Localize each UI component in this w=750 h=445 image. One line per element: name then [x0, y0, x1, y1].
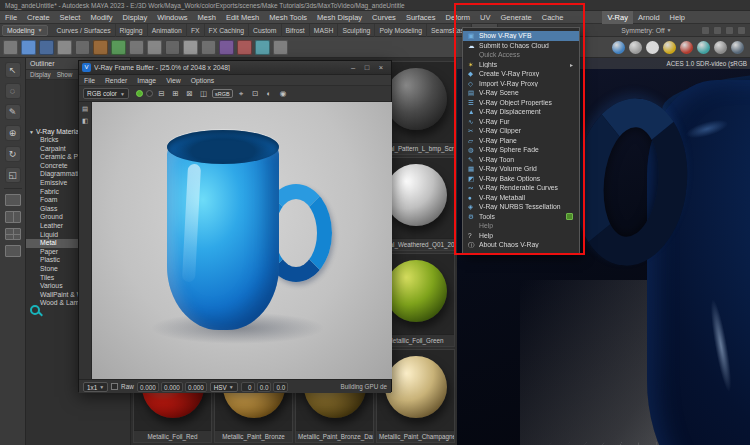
vray-menu-item[interactable]: ? Help	[463, 231, 579, 241]
menu-item[interactable]: Help	[665, 11, 690, 24]
save-image-icon[interactable]: ⊟	[156, 89, 167, 98]
vray-menu-item[interactable]: ☰ V-Ray Object Properties	[463, 98, 579, 108]
vray-menu-item[interactable]: ▲ V-Ray Displacement	[463, 107, 579, 117]
zoom-level-selector[interactable]: 1x1 ▼	[83, 382, 108, 392]
shelf-tab[interactable]: FX	[187, 24, 205, 37]
outliner-persp-layout-icon[interactable]	[5, 245, 21, 257]
shelf-tab[interactable]: Custom	[249, 24, 281, 37]
scale-tool-icon[interactable]: ◱	[5, 167, 21, 183]
snap-point-icon[interactable]	[725, 26, 734, 35]
shelf-tool-icon[interactable]	[147, 40, 162, 55]
vray-menu-item[interactable]: ◍ V-Ray Sphere Fade	[463, 145, 579, 155]
shelf-tool-icon[interactable]	[111, 40, 126, 55]
minimize-icon[interactable]: –	[346, 61, 360, 75]
shelf-tool-icon[interactable]	[21, 40, 36, 55]
srgb-toggle[interactable]: sRGB	[212, 89, 233, 98]
single-pane-layout-icon[interactable]	[5, 194, 21, 206]
snap-grid-icon[interactable]	[701, 26, 710, 35]
close-icon[interactable]: ×	[374, 61, 388, 75]
clear-image-icon[interactable]: ⊠	[184, 89, 195, 98]
vray-menu-item[interactable]: Quick Access	[463, 50, 579, 60]
duplicate-to-host-icon[interactable]: ◫	[198, 89, 209, 98]
render-settings-icon[interactable]	[612, 41, 625, 54]
outliner-menu-item[interactable]: Display	[30, 71, 51, 78]
shelf-tab[interactable]: MASH	[310, 24, 339, 37]
vray-menu-item[interactable]: ▣ Show V-Ray VFB	[463, 31, 579, 41]
history-panel-icon[interactable]: ◧	[82, 117, 88, 125]
shelf-tool-icon[interactable]	[3, 40, 18, 55]
channel-selector[interactable]: RGB color ▼	[83, 88, 129, 99]
menu-item[interactable]: Deform	[440, 11, 475, 24]
shelf-tab[interactable]: Curves / Surfaces	[53, 24, 116, 37]
vray-menu-item[interactable]: ⓘ About Chaos V-Ray	[463, 240, 579, 250]
render-view-icon[interactable]	[629, 41, 642, 54]
lasso-tool-icon[interactable]: ◌	[5, 83, 21, 99]
vfb-menu-item[interactable]: Image	[132, 75, 161, 85]
vray-menu-item[interactable]: ⚙ Tools	[463, 212, 579, 222]
shelf-tool-icon[interactable]	[237, 40, 252, 55]
region-render-icon[interactable]: ⊡	[250, 89, 261, 98]
shelf-tool-icon[interactable]	[57, 40, 72, 55]
two-pane-layout-icon[interactable]	[5, 211, 21, 223]
vray-menu-item[interactable]: ▱ V-Ray Plane	[463, 136, 579, 146]
shelf-tool-icon[interactable]	[165, 40, 180, 55]
vray-menu-item[interactable]: Help	[463, 221, 579, 231]
menu-item[interactable]: Curves	[367, 11, 401, 24]
maximize-icon[interactable]: □	[360, 61, 374, 75]
menu-item[interactable]: Modify	[85, 11, 117, 24]
shelf-tab[interactable]: FX Caching	[205, 24, 250, 37]
shelf-tool-icon[interactable]	[129, 40, 144, 55]
display-layer-icon[interactable]	[731, 41, 744, 54]
rotate-tool-icon[interactable]: ↻	[5, 146, 21, 162]
track-mouse-icon[interactable]: ⌖	[236, 89, 247, 99]
shelf-tab[interactable]: Bifrost	[282, 24, 310, 37]
menu-item[interactable]: Generate	[496, 11, 537, 24]
history-icon[interactable]	[737, 26, 746, 35]
vray-menu-item[interactable]: ☁ Submit to Chaos Cloud	[463, 41, 579, 51]
vfb-menu-item[interactable]: File	[79, 75, 100, 85]
vray-menu-item[interactable]: ✎ V-Ray Toon	[463, 155, 579, 165]
color-correction-icon[interactable]: ◐	[264, 89, 275, 98]
vray-menu-item[interactable]: ▤ V-Ray Scene	[463, 88, 579, 98]
workspace-selector[interactable]: Modeling ▼	[2, 25, 48, 36]
menu-item[interactable]: Mesh Display	[312, 11, 367, 24]
shelf-tool-icon[interactable]	[201, 40, 216, 55]
menu-item[interactable]: V-Ray	[602, 11, 632, 24]
render-current-frame-icon[interactable]	[680, 41, 693, 54]
vray-menu-item[interactable]: ◇ Import V-Ray Proxy	[463, 79, 579, 89]
shelf-tab[interactable]: Animation	[148, 24, 187, 37]
vray-menu-item[interactable]: ∾ V-Ray Renderable Curves	[463, 183, 579, 193]
vray-menu-item[interactable]: ✂ V-Ray Clipper	[463, 126, 579, 136]
light-editor-icon[interactable]	[714, 41, 727, 54]
vray-menu-item[interactable]: ◈ V-Ray NURBS Tessellation	[463, 202, 579, 212]
lens-effects-icon[interactable]: ◉	[278, 89, 289, 98]
shelf-tool-icon[interactable]	[255, 40, 270, 55]
load-image-icon[interactable]: ⊞	[170, 89, 181, 98]
vfb-menu-item[interactable]: View	[161, 75, 186, 85]
shelf-tab[interactable]: Poly Modeling	[375, 24, 427, 37]
stop-render-button[interactable]	[146, 90, 153, 97]
shelf-tool-icon[interactable]	[39, 40, 54, 55]
menu-item[interactable]: Windows	[152, 11, 192, 24]
shelf-tool-icon[interactable]	[273, 40, 288, 55]
hypershade-icon[interactable]	[697, 41, 710, 54]
menu-item[interactable]: Cache	[537, 11, 569, 24]
shelf-tool-icon[interactable]	[219, 40, 234, 55]
outliner-menu-item[interactable]: Show	[57, 71, 73, 78]
shelf-tool-icon[interactable]	[183, 40, 198, 55]
vfb-menu-item[interactable]: Options	[186, 75, 219, 85]
raw-checkbox[interactable]	[111, 383, 118, 390]
vray-menu-item[interactable]: ◩ V-Ray Bake Options	[463, 174, 579, 184]
search-magnifier-icon[interactable]	[30, 305, 42, 317]
shelf-tab[interactable]: Rigging	[116, 24, 148, 37]
vfb-render-canvas[interactable]	[92, 102, 392, 379]
vray-menu-item[interactable]: ● V-Ray Metaball	[463, 193, 579, 203]
menu-item[interactable]: Select	[55, 11, 86, 24]
ipr-render-icon[interactable]	[646, 41, 659, 54]
shelf-tool-icon[interactable]	[75, 40, 90, 55]
menu-item[interactable]: Display	[118, 11, 153, 24]
vray-menu-item[interactable]: ∿ V-Ray Fur	[463, 117, 579, 127]
vfb-titlebar[interactable]: V V-Ray Frame Buffer - [25.0% of 2048 x …	[79, 61, 391, 75]
menu-item[interactable]: Mesh	[193, 11, 221, 24]
paint-select-tool-icon[interactable]: ✎	[5, 104, 21, 120]
